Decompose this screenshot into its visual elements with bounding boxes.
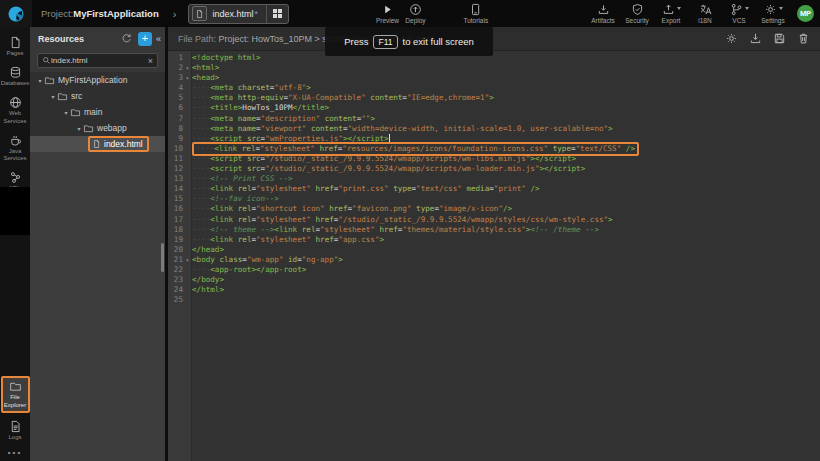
sidebar-item-web-services[interactable]: Web Services bbox=[0, 96, 30, 124]
code-line-5[interactable]: 5····<meta http-equiv="X-UA-Compatible" … bbox=[168, 93, 820, 103]
line-number: 10 bbox=[168, 144, 183, 154]
code-text: ····<meta name="viewport" content="width… bbox=[192, 124, 613, 134]
preview-label: Preview bbox=[376, 17, 399, 24]
fold-marker[interactable] bbox=[183, 124, 192, 134]
panel-divider[interactable] bbox=[165, 27, 168, 461]
download-file-button[interactable] bbox=[749, 32, 762, 45]
code-line-16[interactable]: 16····<link rel="shortcut icon" href="fa… bbox=[168, 204, 820, 214]
sidebar-item-java-services[interactable]: Java Services bbox=[0, 134, 30, 162]
fold-marker[interactable] bbox=[183, 93, 192, 103]
code-line-14[interactable]: 14····<link rel="stylesheet" href="print… bbox=[168, 184, 820, 194]
code-line-21[interactable]: 21▾<body class="wm-app" id="ng-app"> bbox=[168, 255, 820, 265]
fold-marker[interactable] bbox=[183, 194, 192, 204]
topbar-right-actions: ArtifactsSecurityExporti18NVCSSettingsMP bbox=[589, 3, 820, 24]
fold-marker[interactable] bbox=[183, 215, 192, 225]
editor-settings-button[interactable] bbox=[725, 32, 738, 45]
chevron-expanded-icon[interactable]: ▾ bbox=[49, 93, 57, 100]
settings-button[interactable]: Settings bbox=[759, 3, 787, 24]
tutorials-button[interactable]: Tutorials bbox=[461, 3, 490, 24]
save-file-button[interactable] bbox=[773, 32, 786, 45]
tree-item-label: index.html bbox=[104, 139, 143, 149]
code-line-24[interactable]: 24</html> bbox=[168, 285, 820, 295]
export-button[interactable]: Export bbox=[657, 3, 685, 24]
dashboard-switch-button[interactable] bbox=[266, 5, 289, 23]
fold-marker[interactable] bbox=[183, 245, 192, 255]
fold-marker[interactable] bbox=[183, 225, 192, 235]
chevron-expanded-icon[interactable]: ▾ bbox=[62, 109, 70, 116]
fold-marker[interactable] bbox=[183, 235, 192, 245]
code-line-4[interactable]: 4····<meta charset="utf-8"> bbox=[168, 83, 820, 93]
project-name: MyFirstApplication bbox=[73, 8, 159, 19]
fold-marker[interactable] bbox=[183, 295, 192, 305]
sidebar-item-databases[interactable]: Databases bbox=[0, 66, 30, 87]
tree-item-myfirstapplication[interactable]: ▾MyFirstApplication bbox=[30, 72, 165, 88]
fold-marker[interactable] bbox=[183, 285, 192, 295]
clear-search-icon[interactable]: × bbox=[148, 56, 153, 66]
delete-file-button[interactable] bbox=[797, 32, 810, 45]
fold-marker[interactable] bbox=[183, 174, 192, 184]
refresh-icon[interactable] bbox=[121, 33, 132, 44]
fold-marker[interactable] bbox=[183, 204, 192, 214]
vcs-button[interactable]: VCS bbox=[725, 3, 753, 24]
collapse-panel-icon[interactable]: « bbox=[156, 34, 161, 44]
tree-item-webapp[interactable]: ▾webapp bbox=[30, 120, 165, 136]
sidebar-item-logs[interactable]: Logs bbox=[0, 420, 30, 441]
pages-label: Pages bbox=[6, 50, 23, 57]
code-line-19[interactable]: 19····<link rel="stylesheet" href="app.c… bbox=[168, 235, 820, 245]
code-line-1[interactable]: 1<!doctype html> bbox=[168, 53, 820, 63]
add-resource-button[interactable]: + bbox=[138, 32, 152, 46]
code-line-10[interactable]: 10····<link rel="stylesheet" href="resou… bbox=[168, 144, 820, 154]
fold-marker[interactable] bbox=[183, 275, 192, 285]
fold-marker[interactable]: ▾ bbox=[183, 63, 192, 73]
code-line-3[interactable]: 3▾<head> bbox=[168, 73, 820, 83]
search-input[interactable] bbox=[51, 56, 145, 65]
code-line-6[interactable]: 6····<title>HowTos_10PM</title> bbox=[168, 103, 820, 113]
code-line-13[interactable]: 13····<!-- Print CSS --> bbox=[168, 174, 820, 184]
line-number: 25 bbox=[168, 295, 183, 305]
fold-marker[interactable] bbox=[183, 164, 192, 174]
fold-marker[interactable] bbox=[183, 103, 192, 113]
fold-marker[interactable] bbox=[183, 184, 192, 194]
fold-marker[interactable] bbox=[183, 83, 192, 93]
fold-marker[interactable] bbox=[183, 53, 192, 63]
fold-marker[interactable] bbox=[183, 144, 192, 154]
code-line-8[interactable]: 8····<meta name="viewport" content="widt… bbox=[168, 124, 820, 134]
code-lines: 1<!doctype html>2▾<html>3▾<head>4····<me… bbox=[168, 53, 820, 305]
fold-marker[interactable]: ▾ bbox=[183, 73, 192, 83]
code-line-12[interactable]: 12····<script src="/studio/_static_/9.9.… bbox=[168, 164, 820, 174]
artifacts-button[interactable]: Artifacts bbox=[589, 3, 617, 24]
more-options-button[interactable]: ••• bbox=[8, 448, 22, 457]
fold-marker[interactable] bbox=[183, 154, 192, 164]
fold-marker[interactable]: ▾ bbox=[183, 255, 192, 265]
line-number: 7 bbox=[168, 114, 183, 124]
code-line-22[interactable]: 22····<app-root></app-root> bbox=[168, 265, 820, 275]
code-line-23[interactable]: 23</body> bbox=[168, 275, 820, 285]
user-avatar[interactable]: MP bbox=[797, 5, 814, 22]
fold-marker[interactable] bbox=[183, 114, 192, 124]
code-line-2[interactable]: 2▾<html> bbox=[168, 63, 820, 73]
fold-marker[interactable] bbox=[183, 134, 192, 144]
tree-item-src[interactable]: ▾src bbox=[30, 88, 165, 104]
chevron-expanded-icon[interactable]: ▾ bbox=[75, 125, 83, 132]
chevron-expanded-icon[interactable]: ▾ bbox=[36, 77, 44, 84]
code-editor[interactable]: 1<!doctype html>2▾<html>3▾<head>4····<me… bbox=[168, 51, 820, 461]
fold-marker[interactable] bbox=[183, 265, 192, 275]
i18n-button[interactable]: i18N bbox=[691, 3, 719, 24]
tree-item-main[interactable]: ▾main bbox=[30, 104, 165, 120]
code-line-15[interactable]: 15····<!--fav icon--> bbox=[168, 194, 820, 204]
code-line-25[interactable]: 25 bbox=[168, 295, 820, 305]
code-line-18[interactable]: 18····<!-- theme --><link rel="styleshee… bbox=[168, 225, 820, 235]
deploy-button[interactable]: Deploy bbox=[401, 3, 429, 24]
sidebar-item-file-explorer[interactable]: File Explorer bbox=[1, 376, 30, 412]
tab-index-html[interactable]: index.html * bbox=[188, 4, 289, 24]
code-line-7[interactable]: 7····<meta name="description" content=""… bbox=[168, 114, 820, 124]
code-line-20[interactable]: 20</head> bbox=[168, 245, 820, 255]
tree-item-index-html[interactable]: index.html bbox=[30, 136, 165, 152]
code-line-17[interactable]: 17····<link rel="stylesheet" href="/stud… bbox=[168, 215, 820, 225]
sidebar-item-pages[interactable]: Pages bbox=[0, 36, 30, 57]
f11-keycap: F11 bbox=[373, 35, 397, 49]
resources-scrollbar[interactable] bbox=[161, 243, 164, 272]
app-logo[interactable] bbox=[0, 0, 32, 27]
preview-button[interactable]: Preview bbox=[373, 3, 401, 24]
security-button[interactable]: Security bbox=[623, 3, 651, 24]
